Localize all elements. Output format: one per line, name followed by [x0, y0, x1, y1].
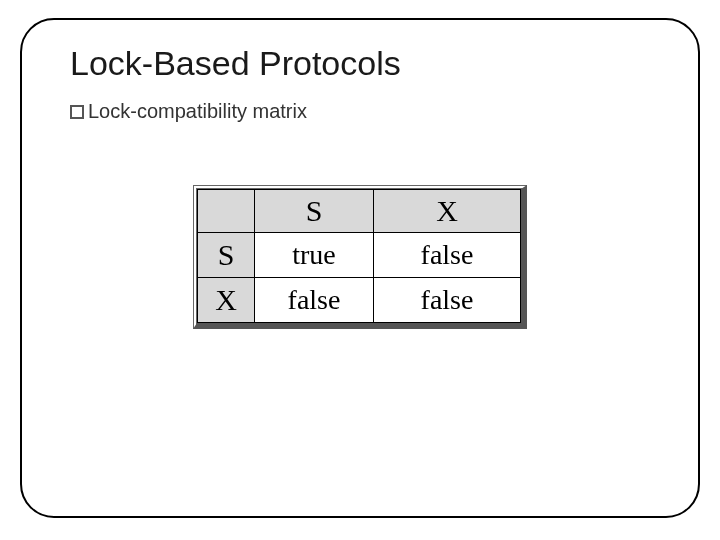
- table-row: X false false: [198, 278, 521, 323]
- matrix-row-header: S: [198, 233, 255, 278]
- matrix-cell: false: [374, 233, 521, 278]
- matrix-corner-cell: [198, 190, 255, 233]
- matrix-col-header: S: [255, 190, 374, 233]
- subtitle-row: Lock-compatibility matrix: [70, 100, 307, 123]
- table-row: S true false: [198, 233, 521, 278]
- subtitle-text: Lock-compatibility matrix: [88, 100, 307, 123]
- slide-title: Lock-Based Protocols: [70, 44, 401, 83]
- matrix-row-header: X: [198, 278, 255, 323]
- matrix-cell: true: [255, 233, 374, 278]
- matrix-cell: false: [255, 278, 374, 323]
- table-row: S X: [198, 190, 521, 233]
- lock-compatibility-matrix: S X S true false X false false: [193, 185, 527, 329]
- matrix-table: S X S true false X false false: [197, 189, 521, 323]
- bullet-square-icon: [70, 105, 84, 119]
- matrix-col-header: X: [374, 190, 521, 233]
- matrix-cell: false: [374, 278, 521, 323]
- slide-frame: Lock-Based Protocols Lock-compatibility …: [20, 18, 700, 518]
